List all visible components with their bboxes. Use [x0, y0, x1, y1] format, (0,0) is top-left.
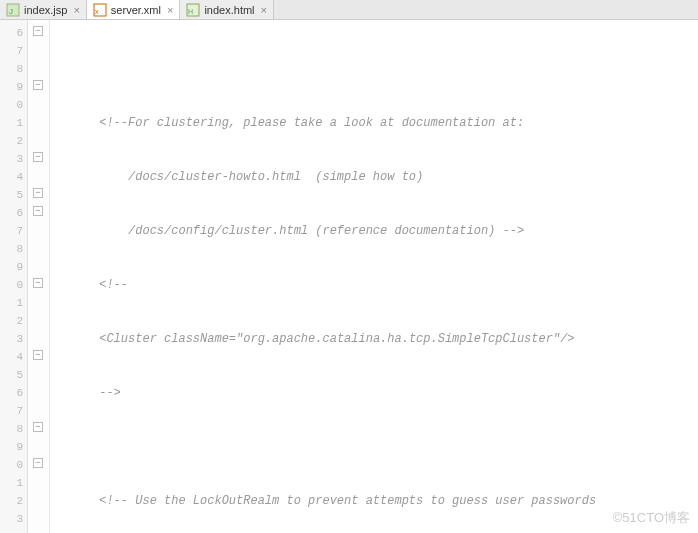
code-editor[interactable]: 6 7 8 9 0 1 2 3 4 5 6 7 8 9 0 1 2 3 4 5 …: [0, 20, 698, 533]
tab-index-jsp[interactable]: J index.jsp ×: [0, 0, 87, 19]
xml-file-icon: x: [93, 3, 107, 17]
jsp-file-icon: J: [6, 3, 20, 17]
fold-marker[interactable]: −: [33, 188, 43, 198]
svg-text:J: J: [9, 7, 13, 16]
tab-label: server.xml: [111, 4, 161, 16]
close-icon[interactable]: ×: [167, 4, 173, 16]
fold-marker[interactable]: −: [33, 458, 43, 468]
fold-marker[interactable]: −: [33, 350, 43, 360]
svg-text:x: x: [95, 8, 99, 15]
html-file-icon: H: [186, 3, 200, 17]
close-icon[interactable]: ×: [73, 4, 79, 16]
line-number-gutter: 6 7 8 9 0 1 2 3 4 5 6 7 8 9 0 1 2 3 4 5 …: [0, 20, 28, 533]
fold-marker[interactable]: −: [33, 278, 43, 288]
code-area[interactable]: <!--For clustering, please take a look a…: [50, 20, 698, 533]
fold-marker[interactable]: −: [33, 422, 43, 432]
tab-server-xml[interactable]: x server.xml ×: [87, 0, 181, 19]
tab-index-html[interactable]: H index.html ×: [180, 0, 274, 19]
fold-gutter: − − − − − − − − −: [28, 20, 50, 533]
fold-marker[interactable]: −: [33, 152, 43, 162]
close-icon[interactable]: ×: [261, 4, 267, 16]
fold-marker[interactable]: −: [33, 80, 43, 90]
tab-bar: J index.jsp × x server.xml × H index.htm…: [0, 0, 698, 20]
fold-marker[interactable]: −: [33, 206, 43, 216]
watermark: ©51CTO博客: [613, 509, 690, 527]
tab-label: index.jsp: [24, 4, 67, 16]
tab-label: index.html: [204, 4, 254, 16]
svg-text:H: H: [188, 8, 193, 15]
fold-marker[interactable]: −: [33, 26, 43, 36]
